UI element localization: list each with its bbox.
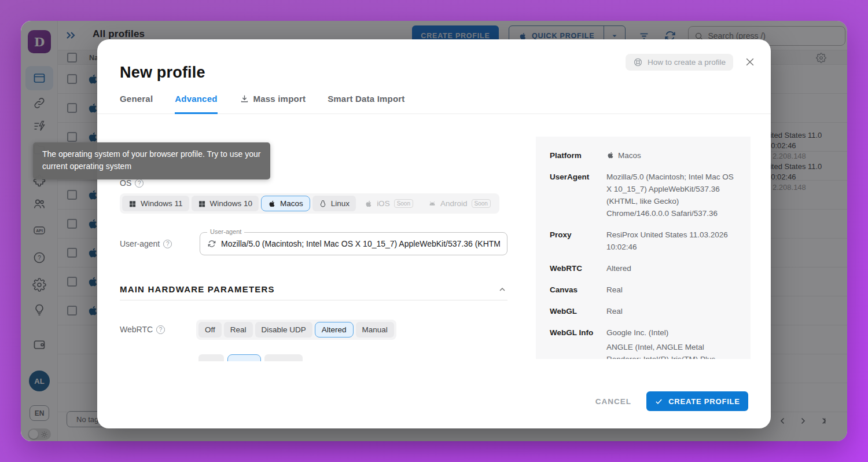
webrtc-option-off[interactable]: Off [198,322,222,338]
webrtc-option-label: Altered [322,325,347,334]
webrtc-selector: Off Real Disable UDP Altered Manual [196,320,396,340]
summary-value: Real [606,284,623,296]
os-option-android: Android Soon [422,196,497,211]
useragent-value: Mozilla/5.0 (Macintosh; Intel Mac OS X 1… [221,239,500,248]
clipped-option-button[interactable] [264,354,303,361]
webrtc-label-text: WebRTC [120,325,153,334]
create-profile-label: CREATE PROFILE [668,397,740,406]
download-icon [240,94,249,104]
tab-advanced[interactable]: Advanced [175,89,217,114]
tab-mass-import[interactable]: Mass import [240,89,306,114]
webrtc-option-label: Manual [362,325,388,334]
summary-value: Google Inc. (Intel) [606,328,668,337]
os-field-label: OS ? [120,178,144,188]
summary-value: Real [606,305,623,317]
divider [120,300,507,300]
webrtc-help-icon[interactable]: ? [156,325,165,334]
summary-row-webgl: WebGL Real [550,305,737,317]
cancel-button[interactable]: CANCEL [595,391,631,411]
os-option-macos[interactable]: Macos [261,196,310,211]
webrtc-option-real[interactable]: Real [224,322,253,338]
webrtc-option-label: Disable UDP [262,325,306,334]
check-icon [654,397,663,406]
summary-row-webgl-info: WebGL Info Google Inc. (Intel)ANGLE (Int… [550,327,737,359]
os-option-label: Windows 10 [210,199,253,208]
modal-tabs: General Advanced Mass import Smart Data … [97,89,771,114]
summary-label: WebRTC [550,262,606,274]
webrtc-option-manual[interactable]: Manual [356,322,394,338]
os-option-windows11[interactable]: Windows 11 [122,196,189,211]
summary-value: Altered [606,262,631,274]
webrtc-option-disable-udp[interactable]: Disable UDP [255,322,312,338]
useragent-field-label: User-agent ? [120,239,172,248]
summary-value: ResiProx United States 11.03.2026 10:02:… [606,229,737,253]
os-option-label: Windows 11 [141,199,183,208]
tab-label: Mass import [253,94,306,104]
lifebuoy-icon [633,57,643,67]
os-label-text: OS [120,178,131,188]
tab-label: Smart Data Import [328,94,404,104]
os-option-label: Macos [280,199,303,208]
os-option-label: iOS [377,199,390,208]
apple-icon [268,200,276,208]
tab-smart-data-import[interactable]: Smart Data Import [328,89,404,114]
useragent-input[interactable]: User-agent Mozilla/5.0 (Macintosh; Intel… [200,232,507,255]
summary-label: Canvas [550,284,606,296]
linux-icon [319,200,327,208]
summary-row-canvas: Canvas Real [550,284,737,296]
modal-footer: CANCEL CREATE PROFILE [97,386,771,428]
help-label: How to create a profile [648,58,726,67]
android-icon [428,200,436,208]
regenerate-useragent-icon[interactable] [207,239,216,248]
summary-value: ANGLE (Intel, ANGLE Metal Renderer: Inte… [606,341,737,359]
webrtc-option-label: Real [230,325,247,334]
clipped-option-row [196,354,303,361]
close-modal-button[interactable] [744,56,757,68]
webrtc-option-altered[interactable]: Altered [315,322,354,338]
create-profile-button[interactable]: CREATE PROFILE [646,391,748,411]
chevron-up-icon [498,285,507,294]
webrtc-field-label: WebRTC ? [120,325,165,334]
profile-summary-panel: Platform Macos UserAgent Mozilla/5.0 (Ma… [536,137,751,359]
tab-general[interactable]: General [120,89,153,114]
summary-row-webrtc: WebRTC Altered [550,262,737,274]
os-option-windows10[interactable]: Windows 10 [192,196,259,211]
tab-label: Advanced [175,94,217,104]
os-option-label: Android [440,199,468,208]
summary-value: Macos [618,151,641,160]
collapse-section-button[interactable] [498,285,507,294]
os-tooltip: The operating system of your browser pro… [33,142,270,179]
webrtc-option-label: Off [205,325,215,334]
summary-label: Proxy [550,229,606,253]
os-option-label: Linux [331,199,350,208]
apple-icon [365,200,373,208]
clipped-option-button[interactable] [198,354,224,361]
soon-badge: Soon [472,199,491,208]
how-to-create-profile-button[interactable]: How to create a profile [626,54,733,71]
apple-icon [606,151,615,159]
tab-label: General [120,94,153,104]
close-icon [744,56,756,68]
summary-row-platform: Platform Macos [550,149,737,162]
windows-icon [198,200,206,208]
useragent-label-text: User-agent [120,239,160,248]
os-option-linux[interactable]: Linux [312,196,356,211]
os-selector: Windows 11 Windows 10 Macos Linux iOS So… [120,193,499,214]
soon-badge: Soon [394,199,413,208]
summary-row-useragent: UserAgent Mozilla/5.0 (Macintosh; Intel … [550,171,737,219]
summary-label: Platform [550,149,606,162]
summary-value: Mozilla/5.0 (Macintosh; Intel Mac OS X 1… [606,171,737,219]
new-profile-modal: New profile How to create a profile Gene… [97,39,771,428]
useragent-floating-label: User-agent [207,228,244,235]
modal-title: New profile [120,64,205,82]
windows-icon [128,200,137,208]
clipped-option-button[interactable] [227,354,261,361]
summary-label: WebGL Info [550,327,606,359]
useragent-help-icon[interactable]: ? [163,240,172,248]
section-title: MAIN HARDWARE PARAMETERS [120,284,275,294]
os-help-icon[interactable]: ? [135,179,144,188]
os-option-ios: iOS Soon [358,196,420,211]
summary-row-proxy: Proxy ResiProx United States 11.03.2026 … [550,229,737,253]
summary-label: WebGL [550,305,606,317]
summary-label: UserAgent [550,171,606,219]
